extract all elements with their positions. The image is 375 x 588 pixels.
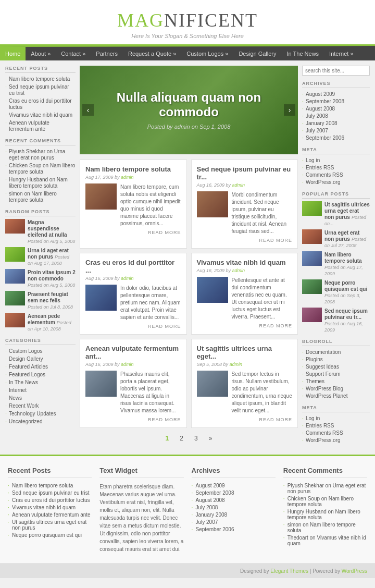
post-title-link[interactable]: Vivamus vitae nibh id quam	[197, 259, 286, 266]
slider-prev-button[interactable]: ‹	[82, 104, 94, 116]
blogroll-link[interactable]: Themes	[306, 378, 324, 384]
category-link[interactable]: Featured Articles	[9, 364, 48, 370]
meta2-link[interactable]: WordPress.org	[306, 437, 341, 443]
nav-contact[interactable]: Contact »	[56, 47, 91, 60]
archive-link[interactable]: September 2008	[306, 99, 344, 104]
comment-link[interactable]: Chicken Soup on Nam libero tempore solut…	[9, 163, 75, 175]
nav-request[interactable]: Request a Quote »	[123, 47, 181, 60]
footer-comment-link[interactable]: Chicken Soup on Nam libero tempore solut…	[288, 496, 354, 507]
post-author-link[interactable]: admin	[121, 276, 134, 281]
random-post-link[interactable]: Magna suspendisse eleifend at nulla	[28, 219, 67, 238]
popular-post-link[interactable]: Nam libero tempore soluta	[324, 252, 362, 264]
nav-logos[interactable]: Custom Logos »	[181, 47, 233, 60]
category-link[interactable]: Featured Logos	[9, 372, 45, 377]
read-more-link[interactable]: READ MORE	[197, 417, 293, 422]
popular-post-link[interactable]: Neque porro quisquam est qui	[324, 280, 367, 292]
post-title-link[interactable]: Aenean vulputate fermentum ant...	[85, 345, 179, 360]
pagination-page-2[interactable]: 2	[176, 433, 187, 444]
category-link[interactable]: Internet	[9, 387, 27, 393]
comment-link[interactable]: simon on Nam libero tempore soluta	[9, 191, 57, 203]
footer-comment-link[interactable]: Thedoart on Vivamus vitae nibh id quam	[288, 535, 366, 546]
post-title-link[interactable]: Cras eu eros id dui porttitor ...	[85, 259, 174, 274]
pagination-page-1[interactable]: 1	[162, 433, 173, 444]
recent-post-link[interactable]: Cras eu eros id dui porttitor luctus	[9, 98, 72, 110]
footer-archive-link[interactable]: January 2008	[196, 512, 228, 518]
footer-comment-link[interactable]: Piyush Shekhar on Urna eget erat non pur…	[288, 483, 366, 494]
recent-post-link[interactable]: Aenean vulputate fermentum ante	[9, 120, 49, 132]
footer-post-link[interactable]: Ut sagittis ultrices urna eget erat non …	[12, 519, 86, 531]
archive-link[interactable]: July 2008	[306, 113, 328, 119]
read-more-link[interactable]: READ MORE	[85, 324, 181, 329]
footer-archive-link[interactable]: August 2009	[196, 483, 225, 488]
post-title-link[interactable]: Ut sagittis ultrices urna eget...	[197, 345, 272, 360]
meta-link[interactable]: WordPress.org	[306, 179, 341, 185]
nav-gallery[interactable]: Design Gallery	[233, 47, 281, 60]
post-author-link[interactable]: admin	[121, 175, 134, 180]
meta2-link[interactable]: Log in	[306, 415, 320, 421]
blogroll-link[interactable]: Suggest Ideas	[306, 364, 339, 370]
meta-link[interactable]: Comments RSS	[306, 172, 343, 178]
blogroll-link[interactable]: WordPress Planet	[306, 393, 347, 399]
meta2-link[interactable]: Comments RSS	[306, 430, 343, 436]
category-link[interactable]: Recent Work	[9, 403, 39, 409]
footer-wordpress-link[interactable]: WordPress	[342, 568, 367, 574]
footer-archive-link[interactable]: July 2008	[196, 505, 218, 510]
category-link[interactable]: Custom Logos	[9, 348, 42, 354]
footer-archive-link[interactable]: July 2007	[196, 519, 218, 525]
comment-link[interactable]: Piyush Shekhar on Urna eget erat non pur…	[9, 149, 65, 161]
footer-elegant-themes-link[interactable]: Elegant Themes	[270, 568, 308, 574]
blogroll-link[interactable]: Support Forum	[306, 371, 341, 377]
post-author-link[interactable]: admin	[121, 362, 134, 367]
nav-internet[interactable]: Internet »	[324, 47, 358, 60]
post-author-link[interactable]: admin	[232, 268, 245, 273]
footer-post-link[interactable]: Nam libero tempore soluta	[12, 483, 73, 488]
random-post-link[interactable]: Praesent feugiat sem nec felis	[28, 291, 68, 303]
footer-archive-link[interactable]: September 2008	[196, 490, 234, 496]
footer-comment-link[interactable]: simon on Nam libero tempore soluta	[288, 522, 356, 533]
pagination-page-3[interactable]: 3	[191, 433, 202, 444]
random-post-link[interactable]: Aenean pede elementum	[28, 313, 60, 325]
archive-link[interactable]: September 2006	[306, 135, 344, 141]
blogroll-link[interactable]: Plugins	[306, 357, 323, 362]
recent-post-link[interactable]: Vivamus vitae nibh id quam	[9, 112, 72, 118]
meta2-link[interactable]: Entries RSS	[306, 423, 334, 428]
search-input[interactable]	[302, 66, 370, 76]
slider-next-button[interactable]: ›	[284, 104, 295, 116]
category-link[interactable]: Uncategorized	[9, 419, 42, 424]
read-more-link[interactable]: READ MORE	[85, 417, 181, 422]
random-post-link[interactable]: Proin vitae ipsum 2 non commodo	[28, 270, 76, 281]
meta-link[interactable]: Entries RSS	[306, 165, 334, 170]
category-link[interactable]: Technology Updates	[9, 411, 56, 416]
footer-post-link[interactable]: Sed neque ipsum pulvinar eu trist	[12, 490, 89, 496]
read-more-link[interactable]: READ MORE	[197, 238, 293, 243]
category-link[interactable]: Design Gallery	[9, 356, 43, 362]
footer-post-link[interactable]: Aenean vulputate fermentum ante	[12, 512, 91, 518]
meta-link[interactable]: Log in	[306, 157, 320, 163]
nav-news[interactable]: In The News	[282, 47, 324, 60]
category-link[interactable]: News	[9, 395, 22, 401]
nav-about[interactable]: About »	[26, 47, 56, 60]
recent-post-link[interactable]: Sed neque ipsum pulvinar eu trist	[9, 84, 69, 96]
archive-link[interactable]: July 2007	[306, 128, 328, 133]
pagination-next[interactable]: »	[205, 433, 216, 444]
blogroll-link[interactable]: WordPress Blog	[306, 386, 343, 391]
footer-post-link[interactable]: Vivamus vitae nibh id quam	[12, 505, 76, 510]
footer-archive-link[interactable]: August 2008	[196, 497, 225, 503]
archive-link[interactable]: August 2008	[306, 106, 335, 112]
nav-partners[interactable]: Partners	[91, 47, 123, 60]
popular-post-link[interactable]: Sed neque ipsum pulvinar eu tr...	[324, 308, 368, 320]
post-title-link[interactable]: Sed neque ipsum pulvinar eu tr...	[197, 165, 291, 181]
footer-post-link[interactable]: Cras eu eros id dui porttitor luctus	[12, 497, 90, 503]
category-link[interactable]: In The News	[9, 379, 38, 385]
archive-link[interactable]: August 2009	[306, 91, 335, 97]
nav-home[interactable]: Home	[0, 47, 26, 60]
recent-post-link[interactable]: Nam libero tempore soluta	[9, 76, 70, 82]
footer-comment-link[interactable]: Hungry Husband on Nam libero tempore sol…	[288, 509, 360, 520]
post-author-link[interactable]: admin	[230, 362, 243, 367]
archive-link[interactable]: January 2008	[306, 120, 338, 126]
footer-post-link[interactable]: Neque porro quisquam est qui	[12, 532, 82, 538]
comment-link[interactable]: Hungry Husband on Nam libero tempore sol…	[9, 177, 68, 189]
blogroll-link[interactable]: Documentation	[306, 349, 341, 355]
read-more-link[interactable]: READ MORE	[197, 323, 293, 328]
post-title-link[interactable]: Nam libero tempore soluta	[85, 165, 171, 173]
